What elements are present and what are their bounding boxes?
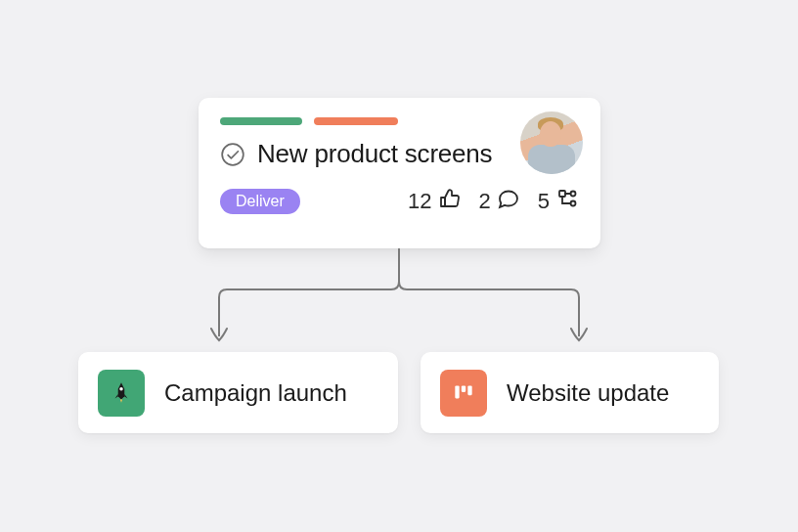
likes-count: 12 <box>408 189 431 214</box>
svg-rect-7 <box>467 385 471 395</box>
meta-row: Deliver 12 2 <box>220 187 579 216</box>
comments-count: 2 <box>479 189 491 214</box>
svg-rect-6 <box>462 385 466 392</box>
child-task-card[interactable]: Campaign launch <box>78 352 398 433</box>
check-circle-icon <box>220 142 245 167</box>
subtasks-count: 5 <box>538 189 550 214</box>
thumbs-up-icon <box>438 187 462 216</box>
svg-rect-5 <box>455 385 459 398</box>
task-title: New product screens <box>257 139 492 169</box>
status-badge[interactable]: Deliver <box>220 189 300 214</box>
likes-stat[interactable]: 12 <box>408 187 461 216</box>
comment-icon <box>497 187 520 216</box>
stats-group: 12 2 <box>408 187 579 216</box>
svg-point-4 <box>119 386 122 389</box>
rocket-icon <box>98 370 145 417</box>
connector-lines <box>78 246 720 354</box>
assignee-avatar[interactable] <box>520 111 583 174</box>
child-task-card[interactable]: Website update <box>421 352 719 433</box>
tag-green <box>220 117 302 125</box>
svg-point-0 <box>222 144 244 165</box>
child-task-title: Campaign launch <box>164 379 347 407</box>
comments-stat[interactable]: 2 <box>479 187 520 216</box>
subtasks-icon <box>555 187 579 216</box>
child-task-title: Website update <box>507 379 669 407</box>
subtasks-stat[interactable]: 5 <box>538 187 579 216</box>
tag-orange <box>314 117 398 125</box>
board-icon <box>440 370 487 417</box>
parent-task-card[interactable]: New product screens Deliver 12 <box>199 98 600 248</box>
diagram-canvas: New product screens Deliver 12 <box>0 0 798 532</box>
